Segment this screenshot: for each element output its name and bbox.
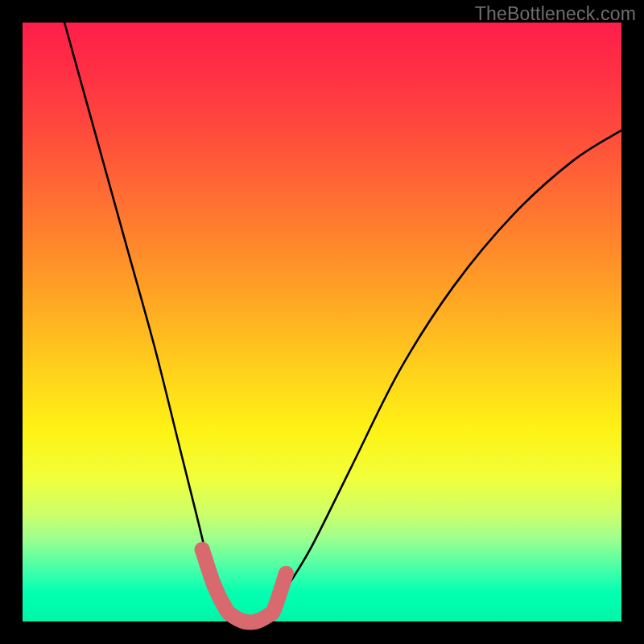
chart-frame: TheBottleneck.com xyxy=(0,0,644,644)
watermark-text: TheBottleneck.com xyxy=(475,3,636,25)
bottleneck-curve-path xyxy=(64,23,621,622)
highlight-dot xyxy=(279,566,294,581)
highlight-dot xyxy=(195,542,210,557)
chart-svg xyxy=(23,23,621,621)
chart-plot-area xyxy=(23,23,621,621)
highlight-dot xyxy=(207,578,222,593)
bottleneck-curve xyxy=(64,23,621,622)
highlight-markers xyxy=(195,542,294,629)
highlight-dot xyxy=(266,602,282,617)
